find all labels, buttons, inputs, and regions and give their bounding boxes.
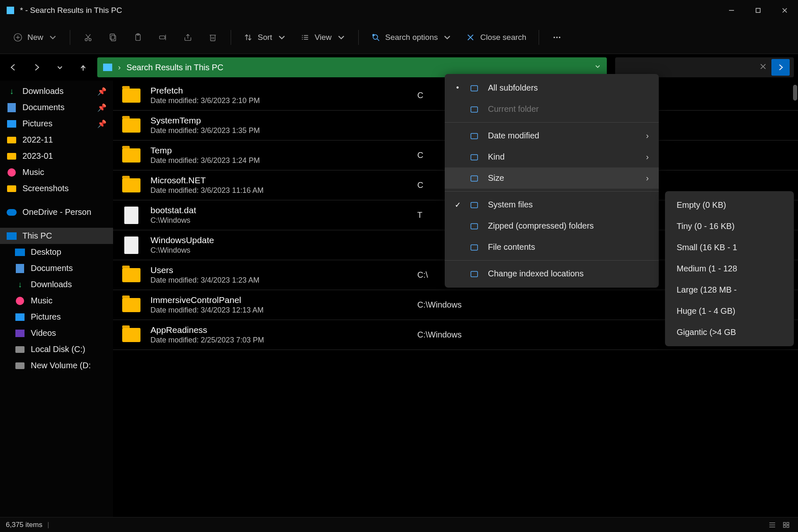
submenu-item[interactable]: Huge (1 - 4 GB) (665, 300, 794, 322)
svg-rect-48 (471, 133, 478, 139)
sidebar-item[interactable]: 2022-11 (0, 132, 113, 148)
sort-label: Sort (258, 33, 272, 42)
clear-search-button[interactable] (757, 60, 769, 74)
menu-item-label: All subfolders (488, 83, 538, 93)
menu-item-icon (469, 153, 480, 162)
menu-item[interactable]: Size› (445, 167, 659, 189)
menu-item[interactable]: Date modified› (445, 125, 659, 146)
svg-rect-50 (471, 176, 478, 181)
svg-rect-52 (471, 224, 478, 229)
pin-icon: 📌 (97, 87, 106, 96)
submenu-item[interactable]: Large (128 MB - (665, 279, 794, 300)
more-button[interactable] (546, 29, 568, 46)
submenu-item[interactable]: Medium (1 - 128 (665, 258, 794, 279)
file-meta: Date modified: 2/25/2023 7:03 PM (150, 336, 408, 345)
submenu-item[interactable]: Tiny (0 - 16 KB) (665, 216, 794, 237)
submenu-item[interactable]: Gigantic (>4 GB (665, 322, 794, 343)
new-button[interactable]: New (7, 29, 63, 46)
file-path: C (417, 91, 423, 100)
sidebar-item[interactable]: OneDrive - Person (0, 204, 113, 220)
sidebar-item[interactable]: Music (0, 293, 113, 309)
share-button[interactable] (177, 29, 199, 46)
sidebar-item-label: Desktop (31, 247, 61, 257)
sidebar-item[interactable]: Desktop (0, 244, 113, 260)
folder-icon (122, 148, 140, 163)
search-go-button[interactable] (771, 59, 790, 76)
view-button[interactable]: View (295, 29, 352, 46)
maximize-button[interactable] (745, 0, 771, 21)
menu-item-label: Date modified (488, 131, 539, 140)
sidebar-item[interactable]: Documents📌 (0, 99, 113, 116)
sidebar-item-label: Downloads (31, 280, 72, 289)
menu-item[interactable]: File contents (445, 236, 659, 258)
file-path: T (417, 210, 422, 220)
separator (539, 30, 539, 45)
menu-item[interactable]: Zipped (compressed) folders (445, 215, 659, 236)
submenu-item[interactable]: Empty (0 KB) (665, 195, 794, 216)
close-button[interactable] (771, 0, 798, 21)
svg-rect-12 (110, 34, 115, 39)
search-options-button[interactable]: Search options (365, 29, 458, 46)
sidebar-item[interactable]: Screenshots (0, 180, 113, 197)
up-button[interactable] (74, 58, 92, 76)
breadcrumb[interactable]: Search Results in This PC (126, 63, 223, 72)
menu-item[interactable]: Change indexed locations (445, 263, 659, 284)
sort-button[interactable]: Sort (238, 29, 292, 46)
submenu-item[interactable]: Small (16 KB - 1 (665, 237, 794, 258)
separator (358, 30, 359, 45)
cut-button[interactable] (77, 29, 99, 46)
sidebar-item[interactable]: Pictures📌 (0, 116, 113, 132)
menu-item[interactable]: •All subfolders (445, 77, 659, 99)
sidebar-item[interactable]: 2023-01 (0, 148, 113, 164)
svg-rect-47 (471, 107, 478, 112)
sidebar-item[interactable]: Music (0, 164, 113, 180)
forward-button[interactable] (27, 58, 46, 76)
item-count: 6,375 items (6, 521, 42, 529)
svg-point-8 (89, 38, 91, 41)
menu-item[interactable]: ✓System files (445, 194, 659, 215)
sidebar-item-label: Pictures (31, 312, 61, 322)
svg-rect-53 (471, 245, 478, 250)
file-path: C:\ (417, 270, 428, 280)
folder-icon (122, 268, 140, 282)
svg-rect-44 (783, 525, 786, 527)
sidebar-item[interactable]: Pictures (0, 309, 113, 325)
sidebar-item[interactable]: This PC (0, 228, 113, 244)
svg-rect-43 (787, 522, 789, 525)
svg-rect-45 (787, 525, 789, 527)
status-bar: 6,375 items | (0, 517, 798, 532)
chevron-down-icon[interactable] (594, 63, 601, 72)
rename-button[interactable] (152, 29, 174, 46)
minimize-button[interactable] (718, 0, 745, 21)
toolbar: New Sort View Search options Close searc… (0, 21, 798, 54)
size-submenu: Empty (0 KB)Tiny (0 - 16 KB)Small (16 KB… (665, 191, 794, 346)
paste-button[interactable] (127, 29, 149, 46)
scrollbar[interactable] (793, 85, 797, 101)
file-meta: Date modified: 3/6/2023 2:10 PM (150, 96, 408, 105)
svg-point-7 (85, 38, 88, 41)
back-button[interactable] (4, 58, 22, 76)
svg-point-30 (372, 34, 374, 36)
close-search-button[interactable]: Close search (460, 29, 532, 46)
sidebar-item-label: New Volume (D: (31, 361, 91, 370)
view-label: View (315, 33, 332, 42)
details-view-button[interactable] (766, 520, 778, 530)
file-icon (124, 207, 138, 224)
chevron-right-icon: › (646, 173, 649, 183)
recent-button[interactable] (51, 58, 69, 76)
menu-item-label: Zipped (compressed) folders (488, 221, 594, 231)
sidebar-item-label: Local Disk (C:) (31, 345, 85, 354)
svg-rect-51 (471, 202, 478, 208)
sidebar-item[interactable]: Local Disk (C:) (0, 341, 113, 357)
sidebar-item[interactable]: ↓Downloads (0, 276, 113, 293)
thumbnails-view-button[interactable] (781, 520, 792, 530)
file-name: WindowsUpdate (150, 235, 408, 245)
sidebar-item[interactable]: Videos (0, 325, 113, 341)
menu-item[interactable]: Kind› (445, 146, 659, 167)
delete-button[interactable] (202, 29, 224, 46)
sidebar-item[interactable]: ↓Downloads📌 (0, 83, 113, 99)
sidebar-item[interactable]: New Volume (D: (0, 357, 113, 374)
file-path: C (417, 150, 423, 160)
copy-button[interactable] (102, 29, 124, 46)
sidebar-item[interactable]: Documents (0, 260, 113, 276)
